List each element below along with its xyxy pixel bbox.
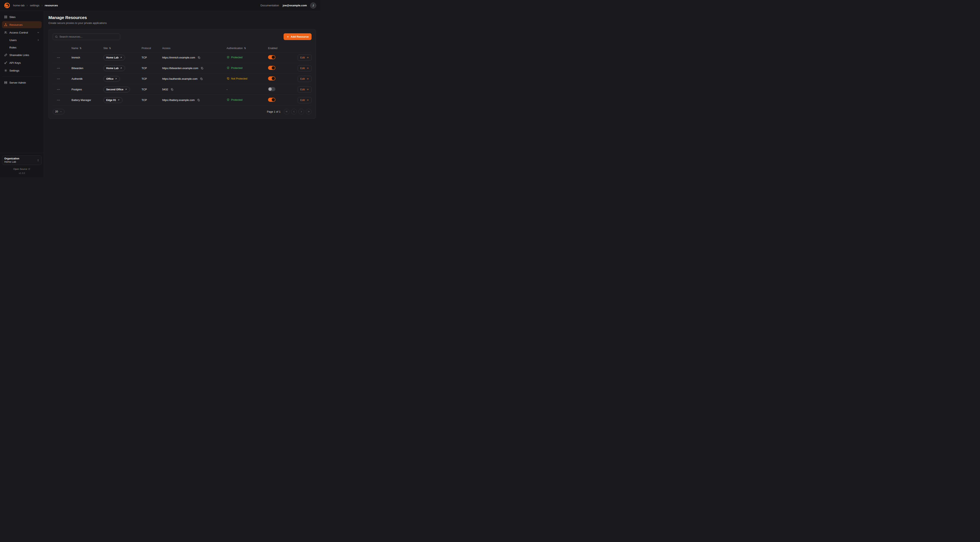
search-input[interactable] — [59, 35, 118, 38]
arrow-right-icon — [306, 78, 309, 80]
add-resource-button[interactable]: Add Resource — [283, 33, 312, 40]
protocol-value: TCP — [142, 88, 162, 91]
shield-check-icon — [227, 56, 230, 59]
open-source-link[interactable]: Open Source — [2, 168, 42, 170]
enabled-toggle[interactable] — [268, 55, 275, 59]
column-header-site[interactable]: Site⇅ — [103, 47, 142, 49]
pagination: 20 Page 1 of 1 — [53, 109, 312, 115]
sidebar-item-shareable-links[interactable]: Shareable Links — [2, 51, 42, 59]
site-link[interactable]: Office — [103, 76, 120, 82]
sidebar-item-resources[interactable]: Resources — [2, 21, 42, 28]
waypoints-icon — [4, 23, 7, 26]
copy-button[interactable] — [200, 66, 204, 70]
copy-button[interactable] — [199, 77, 204, 81]
page-size-select[interactable]: 20 — [53, 109, 65, 115]
row-menu-button[interactable]: ⋯ — [56, 66, 62, 71]
edit-button[interactable]: Edit — [298, 86, 312, 92]
arrow-up-right-icon — [118, 99, 120, 101]
table-row: ⋯ Postgres Second Office TCP 5432 - — [53, 84, 312, 95]
site-link[interactable]: Edge 01 — [103, 97, 123, 103]
resource-name: Battery Manager — [72, 99, 103, 102]
row-menu-button[interactable]: ⋯ — [56, 77, 62, 81]
external-link-icon — [28, 168, 30, 170]
sort-icon: ⇅ — [80, 47, 81, 49]
previous-page-button[interactable] — [291, 109, 297, 115]
column-header-enabled: Enabled — [268, 47, 294, 49]
sidebar: Sites Resources Access Control Users Rol… — [0, 11, 44, 177]
table-body: ⋯ Immich Home Lab TCP https://immich.exa… — [53, 52, 312, 105]
arrow-up-right-icon — [115, 78, 117, 80]
user-email: joe@example.com — [283, 4, 307, 7]
first-page-button[interactable] — [284, 109, 290, 115]
gear-icon — [4, 69, 7, 72]
copy-icon — [170, 88, 173, 91]
page-info: Page 1 of 1 — [267, 110, 281, 113]
copy-button[interactable] — [197, 98, 200, 102]
toggle-knob — [269, 88, 272, 91]
avatar[interactable]: J — [310, 2, 316, 9]
sort-icon: ⇅ — [109, 47, 111, 49]
sidebar-item-roles[interactable]: Roles — [2, 44, 42, 51]
arrow-up-right-icon — [125, 88, 127, 91]
chevron-down-icon — [60, 110, 62, 113]
table-toolbar: Add Resource — [53, 33, 312, 40]
chevron-down-icon — [37, 31, 40, 34]
plus-icon — [286, 35, 289, 38]
enabled-toggle[interactable] — [268, 66, 275, 70]
enabled-toggle[interactable] — [268, 87, 275, 91]
enabled-toggle[interactable] — [268, 77, 275, 81]
next-page-button[interactable] — [299, 109, 304, 115]
sidebar-item-sites[interactable]: Sites — [2, 13, 42, 21]
access-value: 5432 — [162, 88, 168, 91]
users-icon — [4, 31, 7, 34]
column-header-authentication[interactable]: Authentication⇅ — [227, 47, 268, 49]
chevron-left-icon — [293, 110, 296, 113]
breadcrumb-settings[interactable]: settings — [30, 4, 40, 7]
table-row: ⋯ Bitwarden Home Lab TCP https://bitward… — [53, 63, 312, 73]
toggle-knob — [272, 98, 275, 101]
enabled-toggle[interactable] — [268, 98, 275, 102]
toggle-knob — [272, 77, 275, 80]
sidebar-item-settings[interactable]: Settings — [2, 67, 42, 74]
site-link[interactable]: Home Lab — [103, 55, 125, 61]
edit-button[interactable]: Edit — [298, 54, 312, 61]
sidebar-item-access-control[interactable]: Access Control — [2, 29, 42, 36]
sidebar-item-api-keys[interactable]: API Keys — [2, 59, 42, 66]
site-link[interactable]: Home Lab — [103, 65, 125, 71]
organization-selector[interactable]: Organization Home Lab — [2, 156, 42, 165]
column-header-name[interactable]: Name⇅ — [72, 47, 103, 49]
access-value: https://authentik.example.com — [162, 77, 197, 80]
table-header: Name⇅ Site⇅ Protocol Access Authenticati… — [53, 44, 312, 52]
documentation-link[interactable]: Documentation — [261, 4, 279, 7]
arrow-right-icon — [306, 56, 309, 59]
sidebar-item-label: Users — [10, 38, 16, 42]
chevron-right-icon — [26, 4, 29, 7]
sidebar-item-server-admin[interactable]: Server Admin — [2, 79, 42, 86]
resource-name: Immich — [72, 56, 103, 59]
arrow-right-icon — [306, 88, 309, 91]
edit-button[interactable]: Edit — [298, 76, 312, 82]
last-page-button[interactable] — [306, 109, 312, 115]
shield-check-icon — [227, 98, 230, 101]
auth-status: Not Protected — [227, 77, 247, 80]
table-row: ⋯ Authentik Office TCP https://authentik… — [53, 73, 312, 84]
server-icon — [4, 81, 7, 84]
search-icon — [55, 35, 58, 38]
breadcrumb: home-lab settings resources — [13, 4, 58, 7]
edit-button[interactable]: Edit — [298, 97, 312, 103]
row-menu-button[interactable]: ⋯ — [56, 98, 62, 103]
organization-value: Home Lab — [4, 161, 19, 163]
copy-button[interactable] — [170, 88, 174, 92]
resource-name: Postgres — [72, 88, 103, 91]
app-logo-icon[interactable] — [4, 2, 10, 8]
copy-button[interactable] — [197, 56, 201, 60]
edit-button[interactable]: Edit — [298, 65, 312, 71]
main-content: Manage Resources Create secure proxies t… — [44, 11, 320, 177]
row-menu-button[interactable]: ⋯ — [56, 55, 62, 60]
breadcrumb-home-lab[interactable]: home-lab — [13, 4, 24, 7]
row-menu-button[interactable]: ⋯ — [56, 87, 62, 92]
sidebar-item-users[interactable]: Users — [2, 37, 42, 43]
page-title: Manage Resources — [48, 15, 316, 20]
site-link[interactable]: Second Office — [103, 87, 130, 92]
resources-card: Add Resource Name⇅ Site⇅ Protocol Access… — [48, 29, 316, 119]
